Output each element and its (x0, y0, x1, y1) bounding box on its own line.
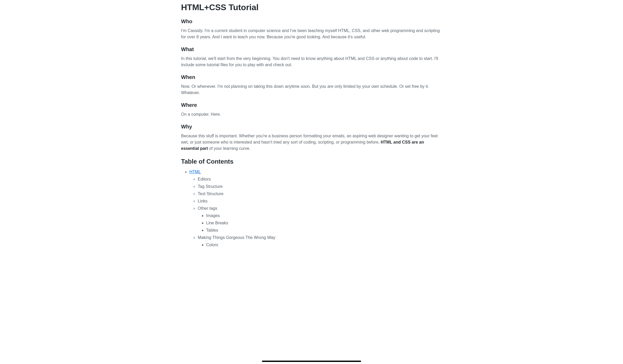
section-body-who: I'm Cassidy. I'm a current student in co… (181, 28, 442, 40)
toc-item-making-gorgeous: Making Things Gorgeous The Wrong Way Col… (198, 234, 442, 249)
section-heading-who: Who (181, 18, 442, 24)
toc-item-html: HTML Editors Tag Structure Text Structur… (189, 168, 442, 249)
section-body-why: Because this stuff is important. Whether… (181, 133, 442, 152)
section-heading-when: When (181, 74, 442, 80)
toc-item-editors: Editors (198, 176, 442, 183)
section-body-what: In this tutorial, we'll start from the v… (181, 55, 442, 68)
toc-item-colors: Colors (206, 241, 442, 249)
toc-item-text-structure: Text Structure (198, 190, 442, 198)
toc-item-line-breaks: Line Breaks (206, 219, 442, 227)
toc-item-tables: Tables (206, 227, 442, 234)
document-container: HTML+CSS Tutorial Who I'm Cassidy. I'm a… (176, 3, 447, 249)
toc-label-other-tags: Other tags (198, 206, 217, 211)
toc-item-tag-structure: Tag Structure (198, 183, 442, 190)
toc-sublist-making-gorgeous: Colors (198, 241, 442, 249)
section-heading-what: What (181, 46, 442, 52)
page-title: HTML+CSS Tutorial (181, 3, 442, 12)
toc-sublist-other-tags: Images Line Breaks Tables (198, 212, 442, 234)
toc-item-images: Images (206, 212, 442, 219)
why-suffix: of your learning curve. (208, 146, 250, 151)
toc-label-making-gorgeous: Making Things Gorgeous The Wrong Way (198, 235, 275, 240)
toc-list: HTML Editors Tag Structure Text Structur… (181, 168, 442, 249)
section-body-where: On a computer. Here. (181, 111, 442, 118)
section-heading-where: Where (181, 102, 442, 108)
section-heading-why: Why (181, 124, 442, 130)
toc-item-other-tags: Other tags Images Line Breaks Tables (198, 205, 442, 234)
toc-item-links: Links (198, 198, 442, 205)
toc-heading: Table of Contents (181, 158, 442, 165)
toc-link-html[interactable]: HTML (189, 170, 201, 174)
toc-sublist-html: Editors Tag Structure Text Structure Lin… (189, 176, 442, 249)
section-body-when: Now. Or whenever. I'm not planning on ta… (181, 83, 442, 96)
